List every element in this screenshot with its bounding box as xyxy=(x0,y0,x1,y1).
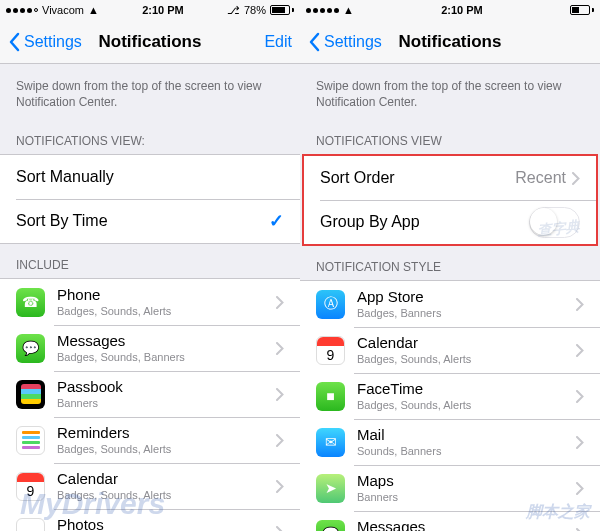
phone-icon: ☎ xyxy=(16,288,45,317)
battery-icon xyxy=(570,5,594,15)
photos-icon: ✿ xyxy=(16,518,45,531)
cell-label: Sort By Time xyxy=(16,212,269,230)
content[interactable]: Swipe down from the top of the screen to… xyxy=(0,64,300,531)
app-name: Messages xyxy=(57,332,276,350)
calendar-icon: 9 xyxy=(16,472,45,501)
app-sub: Banners xyxy=(357,491,576,504)
app-row-photos[interactable]: ✿ PhotosBadges, Sounds, Banners xyxy=(0,509,300,531)
chevron-right-icon xyxy=(576,390,584,403)
hint-text: Swipe down from the top of the screen to… xyxy=(0,64,300,120)
cell-value: Recent xyxy=(515,169,566,187)
hint-text: Swipe down from the top of the screen to… xyxy=(300,64,600,120)
app-sub: Badges, Sounds, Alerts xyxy=(357,399,576,412)
app-name: FaceTime xyxy=(357,380,576,398)
app-row-phone[interactable]: ☎ PhoneBadges, Sounds, Alerts xyxy=(0,279,300,325)
back-button[interactable]: Settings xyxy=(8,32,82,52)
app-row-reminders[interactable]: RemindersBadges, Sounds, Alerts xyxy=(0,417,300,463)
battery-icon xyxy=(270,5,294,15)
app-row-messages[interactable]: 💬 MessagesBadges, Sounds, Banners xyxy=(0,325,300,371)
chevron-right-icon xyxy=(276,434,284,447)
row-sort-order[interactable]: Sort Order Recent xyxy=(304,156,596,200)
screen-right: ▲ 2:10 PM Settings Notifications Swipe d… xyxy=(300,0,600,531)
cell-label: Sort Manually xyxy=(16,168,284,186)
app-row-maps[interactable]: ➤ MapsBanners xyxy=(300,465,600,511)
chevron-left-icon xyxy=(8,32,20,52)
status-bar: Vivacom ▲ 2:10 PM ⎇ 78% xyxy=(0,0,300,20)
chevron-right-icon xyxy=(576,298,584,311)
maps-icon: ➤ xyxy=(316,474,345,503)
app-row-calendar[interactable]: 9 CalendarBadges, Sounds, Alerts xyxy=(300,327,600,373)
app-name: Maps xyxy=(357,472,576,490)
calendar-icon: 9 xyxy=(316,336,345,365)
messages-icon: 💬 xyxy=(16,334,45,363)
wifi-icon: ▲ xyxy=(88,4,99,16)
app-name: App Store xyxy=(357,288,576,306)
section-header-style: NOTIFICATION STYLE xyxy=(300,246,600,280)
signal-dots-icon xyxy=(306,8,339,13)
app-row-facetime[interactable]: ■ FaceTimeBadges, Sounds, Alerts xyxy=(300,373,600,419)
cell-label: Sort Order xyxy=(320,169,515,187)
bluetooth-icon: ⎇ xyxy=(227,4,240,17)
cell-label: Group By App xyxy=(320,213,529,231)
app-sub: Sounds, Banners xyxy=(357,445,576,458)
signal-dots-icon xyxy=(6,8,38,13)
app-name: Phone xyxy=(57,286,276,304)
app-sub: Badges, Sounds, Banners xyxy=(57,351,276,364)
app-name: Mail xyxy=(357,426,576,444)
chevron-right-icon xyxy=(276,480,284,493)
app-sub: Badges, Sounds, Alerts xyxy=(57,305,276,318)
status-bar: ▲ 2:10 PM xyxy=(300,0,600,20)
carrier-label: Vivacom xyxy=(42,4,84,16)
app-sub: Badges, Banners xyxy=(357,307,576,320)
status-time: 2:10 PM xyxy=(441,4,483,16)
facetime-icon: ■ xyxy=(316,382,345,411)
app-row-appstore[interactable]: Ⓐ App StoreBadges, Banners xyxy=(300,281,600,327)
app-row-calendar[interactable]: 9 CalendarBadges, Sounds, Alerts xyxy=(0,463,300,509)
app-name: Calendar xyxy=(357,334,576,352)
option-sort-by-time[interactable]: Sort By Time ✓ xyxy=(0,199,300,243)
section-header-view: NOTIFICATIONS VIEW xyxy=(300,120,600,154)
nav-bar: Settings Notifications xyxy=(300,20,600,64)
highlight-box: Sort Order Recent Group By App xyxy=(302,154,598,246)
app-sub: Banners xyxy=(57,397,276,410)
app-name: Calendar xyxy=(57,470,276,488)
checkmark-icon: ✓ xyxy=(269,210,284,232)
wifi-icon: ▲ xyxy=(343,4,354,16)
app-row-mail[interactable]: ✉ MailSounds, Banners xyxy=(300,419,600,465)
mail-icon: ✉ xyxy=(316,428,345,457)
back-label: Settings xyxy=(324,33,382,51)
switch-group-by-app[interactable] xyxy=(529,207,580,238)
app-row-messages[interactable]: 💬 MessagesBadges, Sounds, Banners xyxy=(300,511,600,531)
app-name: Passbook xyxy=(57,378,276,396)
content[interactable]: Swipe down from the top of the screen to… xyxy=(300,64,600,531)
back-button[interactable]: Settings xyxy=(308,32,382,52)
appstore-icon: Ⓐ xyxy=(316,290,345,319)
app-sub: Badges, Sounds, Alerts xyxy=(57,489,276,502)
chevron-right-icon xyxy=(276,388,284,401)
chevron-right-icon xyxy=(576,344,584,357)
app-name: Photos xyxy=(57,516,276,531)
edit-button[interactable]: Edit xyxy=(264,33,292,51)
option-sort-manually[interactable]: Sort Manually xyxy=(0,155,300,199)
app-name: Reminders xyxy=(57,424,276,442)
back-label: Settings xyxy=(24,33,82,51)
battery-percent: 78% xyxy=(244,4,266,16)
chevron-right-icon xyxy=(576,436,584,449)
chevron-right-icon xyxy=(276,342,284,355)
reminders-icon xyxy=(16,426,45,455)
chevron-left-icon xyxy=(308,32,320,52)
status-time: 2:10 PM xyxy=(142,4,184,16)
app-row-passbook[interactable]: PassbookBanners xyxy=(0,371,300,417)
passbook-icon xyxy=(16,380,45,409)
chevron-right-icon xyxy=(276,296,284,309)
section-header-include: INCLUDE xyxy=(0,244,300,278)
nav-bar: Settings Notifications Edit xyxy=(0,20,300,64)
row-group-by-app[interactable]: Group By App xyxy=(304,200,596,244)
messages-icon: 💬 xyxy=(316,520,345,531)
app-sub: Badges, Sounds, Alerts xyxy=(57,443,276,456)
section-header-view: NOTIFICATIONS VIEW: xyxy=(0,120,300,154)
app-sub: Badges, Sounds, Alerts xyxy=(357,353,576,366)
chevron-right-icon xyxy=(276,526,284,531)
chevron-right-icon xyxy=(576,482,584,495)
chevron-right-icon xyxy=(572,172,580,185)
